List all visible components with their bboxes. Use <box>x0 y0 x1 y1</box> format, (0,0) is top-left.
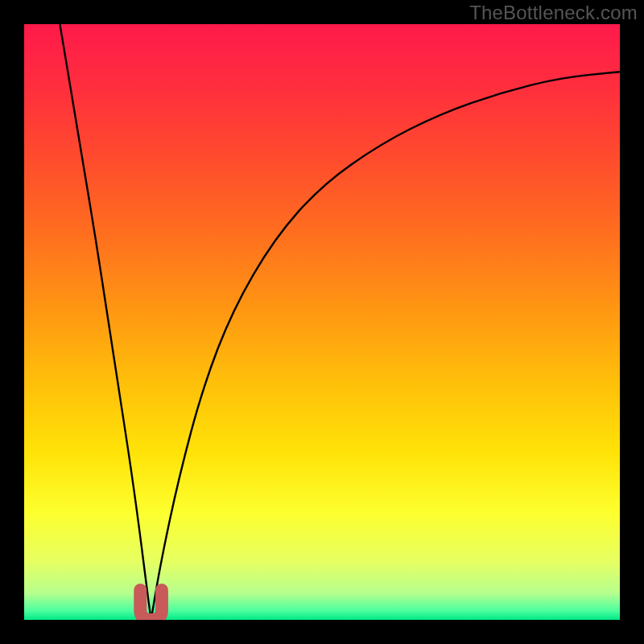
plot-area <box>24 24 620 620</box>
bottleneck-curve <box>24 24 620 620</box>
chart-frame: TheBottleneck.com <box>0 0 644 644</box>
sweet-spot-marker <box>140 590 162 620</box>
watermark-text: TheBottleneck.com <box>469 2 638 24</box>
